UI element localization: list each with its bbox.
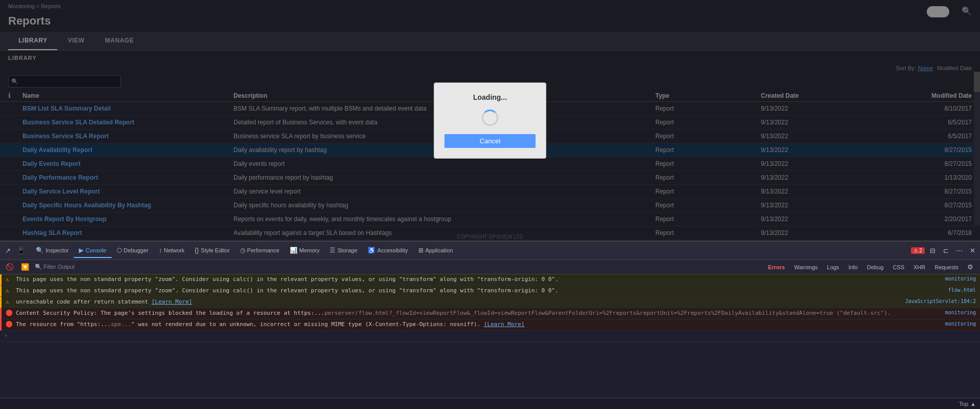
tab-performance[interactable]: ◷ Performance bbox=[235, 244, 285, 258]
debug-filter[interactable]: Debug bbox=[864, 263, 886, 271]
log-entry: › bbox=[0, 331, 980, 342]
app-area: Monitoring > Reports Reports 🔍 LIBRARY V… bbox=[0, 0, 980, 241]
errors-filter[interactable]: Errors bbox=[765, 263, 788, 271]
devtools-dock-icon[interactable]: ⊏ bbox=[940, 245, 951, 256]
settings-icon[interactable]: ⚙ bbox=[965, 262, 976, 273]
info-filter[interactable]: Info bbox=[845, 263, 861, 271]
devtools-tab-bar: ↗ 📱 🔍 Inspector ▶ Console ⬡ Debugger ↕ N… bbox=[0, 242, 980, 260]
chevron-up-icon: ▲ bbox=[970, 401, 976, 407]
log-source[interactable]: monitoring bbox=[941, 310, 976, 315]
warning-icon: ⚠ bbox=[6, 276, 14, 283]
tab-style-editor[interactable]: {} Style Editor bbox=[189, 244, 235, 258]
error-badge: ⚠ 2 bbox=[911, 247, 925, 254]
devtools-toolbar: 🚫 🔽 🔍 Filter Output Errors Warnings Logs… bbox=[0, 260, 980, 274]
error-icon: 🛑 bbox=[6, 321, 14, 328]
cancel-button[interactable]: Cancel bbox=[444, 134, 536, 148]
warning-icon: ⚠ bbox=[6, 298, 14, 305]
log-entry: ⚠ This page uses the non standard proper… bbox=[0, 286, 980, 297]
top-button[interactable]: Top ▲ bbox=[959, 401, 976, 407]
tab-application[interactable]: ⊞ Application bbox=[413, 244, 458, 258]
devtools-split-icon[interactable]: ⊟ bbox=[927, 245, 938, 256]
tab-network[interactable]: ↕ Network bbox=[154, 244, 189, 258]
tab-debugger[interactable]: ⬡ Debugger bbox=[112, 244, 154, 258]
loading-dialog: Loading... Cancel bbox=[434, 82, 546, 159]
log-entry: ⚠ This page uses the non standard proper… bbox=[0, 274, 980, 286]
log-source[interactable]: monitoring bbox=[941, 276, 976, 282]
requests-filter[interactable]: Requests bbox=[932, 263, 962, 271]
filter-output-label: 🔍 Filter Output bbox=[35, 264, 75, 270]
log-source[interactable]: monitoring bbox=[941, 321, 976, 327]
console-filter-icon[interactable]: 🔽 bbox=[19, 262, 31, 273]
prompt-icon: › bbox=[4, 332, 12, 339]
learn-more-link-2[interactable]: [Learn More] bbox=[484, 321, 524, 328]
tab-storage[interactable]: ☰ Storage bbox=[325, 244, 363, 258]
css-filter[interactable]: CSS bbox=[890, 263, 908, 271]
learn-more-link[interactable]: [Learn More] bbox=[152, 298, 192, 305]
devtools-area: ↗ 📱 🔍 Inspector ▶ Console ⬡ Debugger ↕ N… bbox=[0, 241, 980, 409]
tab-memory[interactable]: 📊 Memory bbox=[285, 244, 325, 258]
warnings-filter[interactable]: Warnings bbox=[791, 263, 821, 271]
devtools-inspect-icon[interactable]: ↗ bbox=[2, 245, 13, 256]
bottom-bar: Top ▲ bbox=[0, 398, 980, 409]
logs-filter[interactable]: Logs bbox=[824, 263, 842, 271]
error-icon: 🛑 bbox=[6, 310, 14, 316]
log-source[interactable]: flow.html bbox=[944, 287, 976, 293]
log-source[interactable]: JavaScriptServlet:184:2 bbox=[901, 298, 976, 304]
xhr-filter[interactable]: XHR bbox=[910, 263, 928, 271]
log-entry: 🛑 The resource from "https:...spe..." wa… bbox=[0, 319, 980, 331]
toolbar-icons: Errors Warnings Logs Info Debug CSS XHR … bbox=[765, 262, 976, 273]
warning-icon: ⚠ bbox=[6, 287, 14, 294]
loading-spinner bbox=[482, 110, 498, 126]
tab-inspector[interactable]: 🔍 Inspector bbox=[31, 244, 74, 258]
devtools-close-icon[interactable]: ✕ bbox=[967, 245, 978, 256]
devtools-more-icon[interactable]: ⋯ bbox=[953, 245, 965, 256]
log-entry: ⚠ unreachable code after return statemen… bbox=[0, 297, 980, 308]
loading-overlay: Loading... Cancel bbox=[0, 0, 980, 241]
devtools-left-icons: ↗ 📱 bbox=[2, 245, 27, 256]
loading-text: Loading... bbox=[473, 93, 507, 101]
console-log: ⚠ This page uses the non standard proper… bbox=[0, 274, 980, 398]
devtools-right-controls: ⚠ 2 ⊟ ⊏ ⋯ ✕ bbox=[911, 245, 978, 256]
tab-console[interactable]: ▶ Console bbox=[74, 244, 111, 258]
clear-console-icon[interactable]: 🚫 bbox=[4, 262, 15, 273]
devtools-responsive-icon[interactable]: 📱 bbox=[15, 245, 27, 256]
log-entry: 🛑 Content Security Policy: The page's se… bbox=[0, 308, 980, 319]
tab-accessibility[interactable]: ♿ Accessibility bbox=[363, 244, 413, 258]
